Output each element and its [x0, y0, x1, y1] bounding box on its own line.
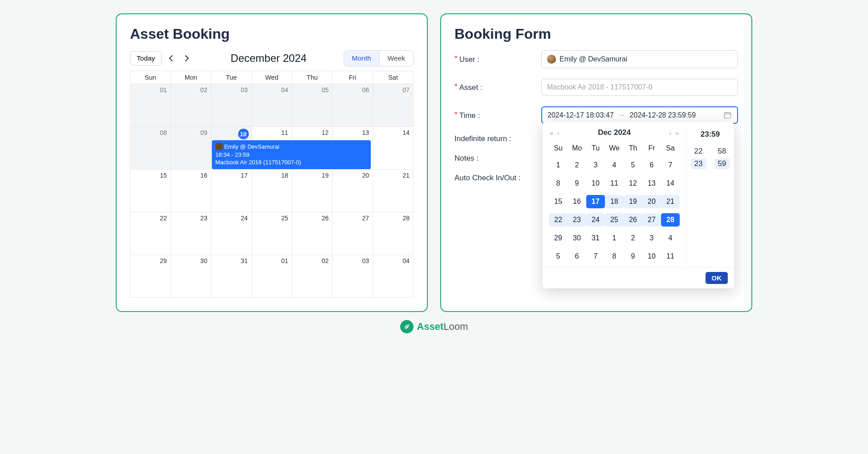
calendar-day[interactable]: 04 — [251, 84, 292, 127]
picker-day[interactable]: 20 — [642, 193, 661, 210]
hour-spinner[interactable]: 22 23 — [691, 147, 706, 169]
picker-day[interactable]: 1 — [549, 157, 568, 173]
picker-day[interactable]: 2 — [568, 157, 586, 173]
day-number: 02 — [322, 257, 329, 264]
picker-day[interactable]: 8 — [549, 175, 568, 191]
calendar-day[interactable]: 25 — [251, 212, 292, 255]
next-year-icon[interactable]: » — [674, 129, 680, 137]
booking-form-panel: Booking Form *User : Emily @ DevSamurai … — [440, 13, 752, 312]
picker-day[interactable]: 13 — [642, 175, 661, 191]
today-button[interactable]: Today — [130, 51, 162, 65]
picker-day[interactable]: 17 — [586, 193, 605, 210]
asset-field[interactable]: Macbook Air 2018 - 117517007-0 — [541, 79, 738, 96]
time-range-field[interactable]: 2024-12-17 18:03:47 → 2024-12-28 23:59:5… — [541, 106, 738, 124]
calendar-day[interactable]: 27 — [333, 212, 373, 255]
picker-day[interactable]: 31 — [586, 230, 605, 246]
calendar-day[interactable]: 30 — [170, 255, 211, 298]
next-month-icon[interactable] — [180, 52, 194, 65]
picker-day[interactable]: 10 — [586, 175, 605, 191]
picker-day[interactable]: 23 — [568, 211, 586, 228]
user-field[interactable]: Emily @ DevSamurai — [541, 50, 738, 68]
calendar-day[interactable]: 23 — [170, 212, 211, 255]
picker-weekday: Th — [624, 144, 642, 155]
calendar-day[interactable]: 04 — [373, 255, 414, 298]
calendar-day[interactable]: 31 — [211, 255, 251, 298]
picker-day[interactable]: 2 — [624, 230, 642, 246]
day-number: 15 — [160, 172, 167, 179]
picker-day[interactable]: 5 — [549, 248, 568, 264]
calendar-icon[interactable] — [723, 111, 732, 119]
picker-day[interactable]: 27 — [642, 211, 661, 228]
calendar-day[interactable]: 02 — [170, 84, 211, 127]
ok-button[interactable]: OK — [706, 272, 728, 284]
next-month-icon[interactable]: › — [668, 129, 672, 137]
picker-day[interactable]: 5 — [624, 157, 642, 173]
calendar-day[interactable]: 10Emily @ DevSamurai18:34 - 23:59Macbook… — [211, 127, 251, 170]
picker-day[interactable]: 8 — [605, 248, 624, 264]
calendar-day[interactable]: 15 — [130, 170, 171, 212]
picker-day[interactable]: 19 — [624, 193, 642, 210]
calendar-day[interactable]: 24 — [211, 212, 251, 255]
picker-day[interactable]: 28 — [661, 211, 680, 228]
picker-day[interactable]: 1 — [605, 230, 624, 246]
picker-day[interactable]: 6 — [568, 248, 586, 264]
prev-month-icon[interactable] — [164, 52, 178, 65]
calendar-day[interactable]: 05 — [292, 84, 333, 127]
calendar-day[interactable]: 29 — [130, 255, 171, 298]
picker-day[interactable]: 11 — [661, 248, 680, 264]
picker-day[interactable]: 18 — [605, 193, 624, 210]
calendar-day[interactable]: 17 — [211, 170, 251, 212]
picker-day[interactable]: 10 — [642, 248, 661, 264]
calendar-day[interactable]: 18 — [251, 170, 292, 212]
picker-day[interactable]: 24 — [586, 211, 605, 228]
calendar-day[interactable]: 14 — [373, 127, 414, 170]
picker-day[interactable]: 25 — [605, 211, 624, 228]
picker-day[interactable]: 7 — [586, 248, 605, 264]
calendar-day[interactable]: 02 — [292, 255, 333, 298]
picker-day[interactable]: 16 — [568, 193, 586, 210]
picker-day[interactable]: 12 — [624, 175, 642, 191]
picker-day[interactable]: 26 — [624, 211, 642, 228]
calendar-day[interactable]: 28 — [373, 212, 414, 255]
picker-month-label[interactable]: Dec 2024 — [598, 128, 631, 137]
calendar-day[interactable]: 03 — [333, 255, 373, 298]
calendar-day[interactable]: 16 — [170, 170, 211, 212]
calendar-day[interactable]: 09 — [170, 127, 211, 170]
calendar-day[interactable]: 22 — [130, 212, 171, 255]
calendar-day[interactable]: 01 — [251, 255, 292, 298]
picker-day[interactable]: 14 — [661, 175, 680, 191]
picker-weekday: Su — [549, 144, 568, 155]
prev-month-icon[interactable]: ‹ — [556, 129, 560, 137]
calendar-day[interactable]: 26 — [292, 212, 333, 255]
calendar-day[interactable]: 06 — [333, 84, 373, 127]
view-week-button[interactable]: Week — [379, 51, 413, 66]
calendar-day[interactable]: 21 — [373, 170, 414, 212]
picker-day[interactable]: 4 — [661, 230, 680, 246]
calendar-day[interactable]: 07 — [373, 84, 414, 127]
picker-day[interactable]: 30 — [568, 230, 586, 246]
picker-day[interactable]: 7 — [661, 157, 680, 173]
picker-day[interactable]: 9 — [624, 248, 642, 264]
picker-day[interactable]: 22 — [549, 211, 568, 228]
calendar-day[interactable]: 01 — [130, 84, 171, 127]
picker-day[interactable]: 15 — [549, 193, 568, 210]
calendar-day[interactable]: 03 — [211, 84, 251, 127]
minute-spinner[interactable]: 58 59 — [714, 147, 730, 169]
view-month-button[interactable]: Month — [344, 51, 379, 66]
picker-day[interactable]: 6 — [642, 157, 661, 173]
picker-day[interactable]: 4 — [605, 157, 624, 173]
picker-day[interactable]: 11 — [605, 175, 624, 191]
day-number: 04 — [281, 86, 288, 93]
calendar-day[interactable]: 08 — [130, 127, 171, 170]
day-number: 23 — [200, 215, 207, 222]
picker-day[interactable]: 3 — [642, 230, 661, 246]
calendar-day[interactable]: 19 — [292, 170, 333, 212]
picker-day[interactable]: 9 — [568, 175, 586, 191]
calendar-heading: December 2024 — [231, 52, 307, 65]
booking-event[interactable]: Emily @ DevSamurai18:34 - 23:59Macbook A… — [212, 140, 371, 169]
picker-day[interactable]: 3 — [586, 157, 605, 173]
calendar-day[interactable]: 20 — [333, 170, 373, 212]
picker-day[interactable]: 29 — [549, 230, 568, 246]
prev-year-icon[interactable]: « — [549, 129, 554, 137]
picker-day[interactable]: 21 — [661, 193, 680, 210]
